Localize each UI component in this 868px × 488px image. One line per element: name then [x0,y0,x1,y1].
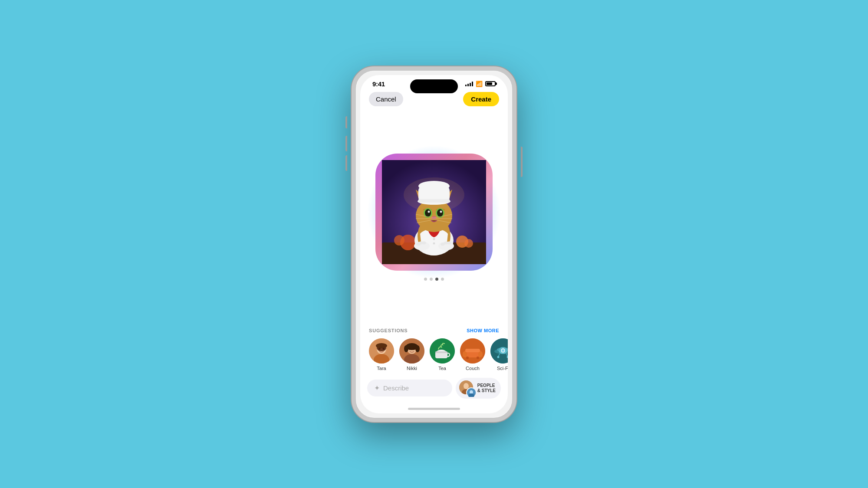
svg-rect-63 [463,351,467,357]
status-time: 9:41 [372,80,385,88]
svg-rect-60 [435,351,447,353]
suggestion-couch[interactable]: Couch [460,338,485,371]
main-image[interactable] [375,154,493,271]
svg-point-47 [383,347,385,350]
suggestion-tea[interactable]: Tea [430,338,455,371]
svg-point-52 [404,345,408,352]
phone-screen: 9:41 📶 Cancel C [360,75,508,413]
suggestion-scifi-label: Sci-Fi [497,366,508,371]
people-style-label-line1: PEOPLE [477,383,496,388]
people-style-button[interactable]: PEOPLE & STYLE [456,378,501,399]
phone-device: 9:41 📶 Cancel C [352,66,516,422]
battery-icon [485,81,496,86]
svg-rect-17 [418,199,450,203]
home-bar [408,408,460,410]
people-style-icon-secondary [466,387,477,398]
people-style-label-line2: & STYLE [477,388,496,393]
suggestion-couch-label: Couch [466,366,480,371]
mute-button[interactable] [345,116,347,128]
svg-rect-64 [478,351,483,357]
create-button[interactable]: Create [463,92,499,106]
volume-up-button[interactable] [345,136,347,151]
suggestion-tea-label: Tea [438,366,446,371]
status-bar: 9:41 📶 [360,75,508,89]
suggestion-tara-circle [369,338,394,364]
suggestion-tara-label: Tara [377,366,386,371]
sparkle-icon: ✦ [374,384,380,392]
svg-point-21 [437,209,443,217]
svg-point-40 [433,242,435,244]
cancel-button[interactable]: Cancel [369,92,403,106]
svg-point-20 [425,209,431,217]
battery-fill [487,82,492,85]
svg-point-55 [413,347,415,350]
suggestion-tara[interactable]: Tara [369,338,394,371]
suggestion-tea-circle [430,338,455,364]
volume-down-button[interactable] [345,155,347,171]
svg-point-23 [440,210,442,213]
svg-point-46 [378,347,381,350]
main-image-area [360,111,508,324]
status-icons: 📶 [465,81,496,87]
suggestions-row: Tara [369,338,499,371]
power-button[interactable] [521,147,523,177]
svg-point-45 [376,343,387,348]
suggestions-label: SUGGESTIONS [369,328,408,333]
signal-icon [465,81,473,86]
home-indicator [360,405,508,413]
dynamic-island [410,79,458,93]
signal-bar-3 [470,83,471,86]
svg-point-16 [418,181,450,191]
phone-body: 9:41 📶 Cancel C [352,66,516,422]
wifi-icon: 📶 [476,81,483,87]
svg-rect-58 [435,352,447,358]
svg-point-76 [497,356,500,358]
svg-point-53 [415,345,420,352]
signal-bar-1 [465,85,467,86]
describe-placeholder: Describe [383,384,409,392]
svg-point-6 [464,239,473,248]
svg-rect-65 [465,349,480,352]
svg-point-73 [502,349,504,352]
suggestions-header: SUGGESTIONS SHOW MORE [369,328,499,333]
suggestion-nikki[interactable]: Nikki [399,338,424,371]
svg-rect-67 [477,357,479,359]
show-more-button[interactable]: SHOW MORE [467,328,499,333]
svg-point-4 [394,235,404,246]
suggestions-section: SUGGESTIONS SHOW MORE [360,324,508,374]
svg-point-35 [422,241,426,244]
svg-rect-66 [466,357,469,359]
suggestion-nikki-circle [399,338,424,364]
suggestion-scifi-circle [490,338,508,364]
signal-bar-2 [467,84,469,86]
bottom-bar: ✦ Describe [360,374,508,405]
svg-point-54 [409,347,411,350]
suggestion-scifi[interactable]: Sci-Fi [490,338,508,371]
image-container[interactable] [375,154,493,271]
suggestion-couch-circle [460,338,485,364]
suggestion-nikki-label: Nikki [407,366,417,371]
svg-point-22 [428,210,430,213]
cat-chef-illustration [382,160,486,264]
signal-bar-4 [472,82,473,86]
svg-point-39 [433,238,435,240]
describe-input[interactable]: ✦ Describe [367,380,452,396]
svg-point-38 [447,241,451,244]
